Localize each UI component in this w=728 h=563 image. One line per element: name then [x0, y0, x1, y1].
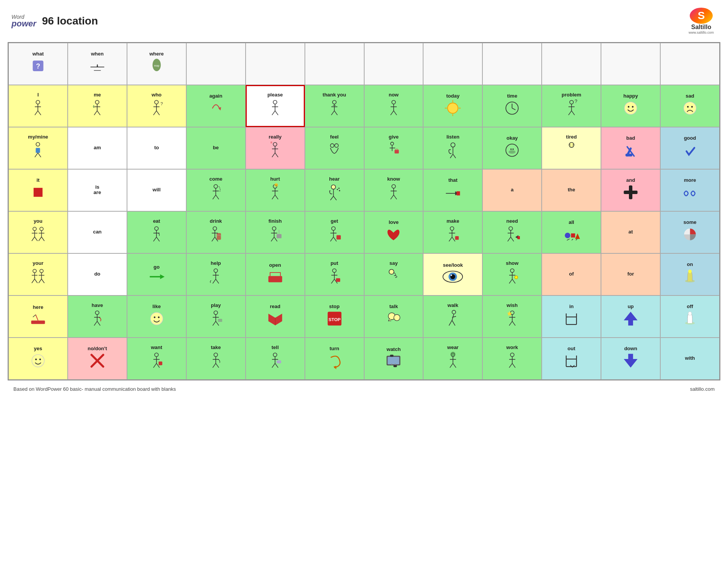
cell-give[interactable]: give [364, 127, 423, 169]
cell-problem[interactable]: problem? [542, 85, 601, 127]
cell-wish[interactable]: wish⭐ [482, 295, 542, 338]
cell-walk[interactable]: walk [423, 295, 482, 338]
cell-for[interactable]: for [601, 253, 660, 295]
cell-at[interactable]: at [601, 211, 660, 253]
cell-isare[interactable]: isare [68, 169, 127, 211]
cell-who[interactable]: who? [127, 85, 186, 127]
cell-e4[interactable] [364, 43, 423, 85]
cell-some[interactable]: some [660, 211, 720, 253]
cell-please[interactable]: please [246, 85, 305, 127]
cell-make[interactable]: make [423, 211, 482, 253]
cell-thankyou[interactable]: thank you [305, 85, 364, 127]
cell-can[interactable]: can [68, 211, 127, 253]
cell-love[interactable]: love [364, 211, 423, 253]
cell-and[interactable]: and [601, 169, 660, 211]
cell-up[interactable]: up [601, 295, 660, 338]
cell-icon-and [622, 184, 639, 203]
svg-point-89 [214, 184, 218, 188]
cell-say[interactable]: say [364, 253, 423, 295]
cell-need[interactable]: need [482, 211, 542, 253]
cell-all[interactable]: all [542, 211, 601, 253]
cell-happy[interactable]: happy [601, 85, 660, 127]
cell-yes[interactable]: yes [8, 338, 68, 380]
cell-take[interactable]: take [186, 338, 246, 380]
cell-sad[interactable]: sad [660, 85, 720, 127]
cell-more[interactable]: more [660, 169, 720, 211]
cell-me[interactable]: me [68, 85, 127, 127]
cell-mymine[interactable]: my/mine [8, 127, 68, 169]
cell-wear[interactable]: wear [423, 338, 482, 380]
cell-it[interactable]: it [8, 169, 68, 211]
cell-e6[interactable] [482, 43, 542, 85]
cell-off[interactable]: off [660, 295, 720, 338]
cell-the[interactable]: the [542, 169, 601, 211]
cell-get[interactable]: get [305, 211, 364, 253]
svg-line-179 [41, 279, 44, 283]
cell-hurt[interactable]: hurt😣 [246, 169, 305, 211]
cell-now[interactable]: now [364, 85, 423, 127]
cell-come[interactable]: come [186, 169, 246, 211]
cell-do[interactable]: do [68, 253, 127, 295]
cell-e9[interactable] [660, 43, 720, 85]
cell-of[interactable]: of [542, 253, 601, 295]
cell-here[interactable]: here [8, 295, 68, 338]
cell-eat[interactable]: eat [127, 211, 186, 253]
cell-your[interactable]: your [8, 253, 68, 295]
cell-e7[interactable] [542, 43, 601, 85]
cell-what[interactable]: what? [8, 43, 68, 85]
cell-finish[interactable]: finish [246, 211, 305, 253]
cell-go[interactable]: go [127, 253, 186, 295]
cell-out[interactable]: out [542, 338, 601, 380]
cell-feel[interactable]: feel [305, 127, 364, 169]
cell-play[interactable]: play [186, 295, 246, 338]
cell-where[interactable]: wheremap [127, 43, 186, 85]
cell-good[interactable]: good [660, 127, 720, 169]
cell-today[interactable]: today [423, 85, 482, 127]
svg-point-57 [684, 102, 696, 114]
cell-open[interactable]: open [246, 253, 305, 295]
cell-watch[interactable]: watch [364, 338, 423, 380]
cell-put[interactable]: put [305, 253, 364, 295]
cell-am[interactable]: am [68, 127, 127, 169]
cell-on[interactable]: on [660, 253, 720, 295]
cell-okay[interactable]: okay [482, 127, 542, 169]
cell-a[interactable]: a [482, 169, 542, 211]
cell-talk[interactable]: talk [364, 295, 423, 338]
cell-tired[interactable]: tired [542, 127, 601, 169]
cell-again[interactable]: again [186, 85, 246, 127]
cell-know[interactable]: know [364, 169, 423, 211]
cell-listen[interactable]: listen [423, 127, 482, 169]
cell-with[interactable]: with [660, 338, 720, 380]
cell-nodont[interactable]: no/don't [68, 338, 127, 380]
cell-want[interactable]: want [127, 338, 186, 380]
cell-like[interactable]: like [127, 295, 186, 338]
cell-help[interactable]: help [186, 253, 246, 295]
cell-in[interactable]: in [542, 295, 601, 338]
cell-work[interactable]: work [482, 338, 542, 380]
cell-I[interactable]: I [8, 85, 68, 127]
cell-will[interactable]: will [127, 169, 186, 211]
cell-e8[interactable] [601, 43, 660, 85]
cell-e3[interactable] [305, 43, 364, 85]
cell-have[interactable]: have [68, 295, 127, 338]
cell-you[interactable]: you [8, 211, 68, 253]
cell-that[interactable]: that [423, 169, 482, 211]
cell-hear[interactable]: hear [305, 169, 364, 211]
cell-stop[interactable]: stopSTOP [305, 295, 364, 338]
cell-bad[interactable]: bad [601, 127, 660, 169]
cell-turn[interactable]: turn [305, 338, 364, 380]
cell-show[interactable]: show [482, 253, 542, 295]
cell-down[interactable]: down [601, 338, 660, 380]
cell-seelook[interactable]: see/look [423, 253, 482, 295]
cell-e2[interactable] [246, 43, 305, 85]
cell-be[interactable]: be [186, 127, 246, 169]
cell-read[interactable]: read [246, 295, 305, 338]
cell-time[interactable]: time [482, 85, 542, 127]
cell-really[interactable]: really!! [246, 127, 305, 169]
cell-e1[interactable] [186, 43, 246, 85]
cell-drink[interactable]: drink [186, 211, 246, 253]
cell-when[interactable]: when [68, 43, 127, 85]
cell-e5[interactable] [423, 43, 482, 85]
cell-tell[interactable]: tell [246, 338, 305, 380]
cell-to[interactable]: to [127, 127, 186, 169]
